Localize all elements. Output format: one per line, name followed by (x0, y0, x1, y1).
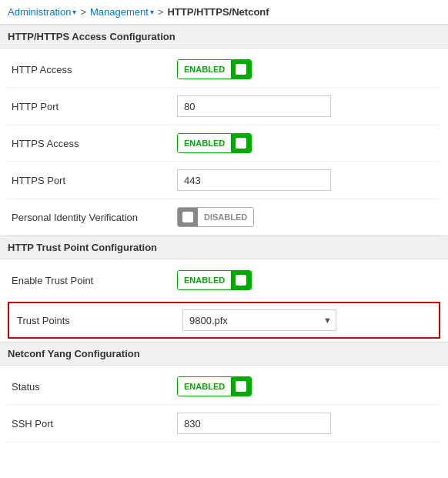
https-access-label: HTTPS Access (8, 138, 177, 149)
http-port-row: HTTP Port (8, 88, 440, 125)
personal-identity-toggle-switch (178, 208, 198, 226)
https-access-control: ENABLED (177, 133, 440, 153)
netconf-status-label: Status (8, 381, 177, 393)
trust-points-select-container: 9800.pfx ▼ (182, 309, 336, 331)
personal-identity-label: Personal Identity Verification (8, 212, 177, 223)
enable-trust-point-toggle-switch (231, 271, 251, 289)
breadcrumb-sep2: > (158, 6, 164, 18)
ssh-port-input[interactable] (177, 413, 331, 434)
breadcrumb-management-link[interactable]: Management (90, 6, 149, 18)
https-access-toggle-knob (236, 138, 246, 149)
https-access-toggle-switch (231, 134, 251, 152)
http-access-toggle-switch (231, 60, 251, 79)
trust-point-section-header: HTTP Trust Point Configuration (0, 236, 448, 259)
netconf-section-header: Netconf Yang Configuration (0, 342, 448, 366)
http-access-toggle-knob (236, 64, 246, 75)
http-access-toggle[interactable]: ENABLED (177, 59, 252, 79)
https-port-label: HTTPS Port (8, 175, 177, 186)
breadcrumb-current: HTTP/HTTPS/Netconf (167, 6, 269, 18)
breadcrumb: Administration▾ > Management▾ > HTTP/HTT… (0, 0, 448, 25)
enable-trust-point-toggle[interactable]: ENABLED (177, 270, 252, 290)
http-port-control (177, 95, 440, 117)
http-port-input[interactable] (177, 95, 331, 117)
enable-trust-point-label: Enable Trust Point (8, 275, 177, 286)
trust-points-control: 9800.pfx ▼ (182, 309, 435, 331)
http-access-label: HTTP Access (8, 64, 177, 75)
main-content: HTTP/HTTPS Access Configuration HTTP Acc… (0, 25, 448, 458)
http-https-section-header: HTTP/HTTPS Access Configuration (0, 25, 448, 48)
personal-identity-toggle-knob (182, 212, 193, 222)
https-port-control (177, 169, 440, 191)
http-access-row: HTTP Access ENABLED (8, 52, 440, 88)
ssh-port-control (177, 413, 440, 434)
trust-points-row: Trust Points 9800.pfx ▼ (8, 302, 440, 339)
https-port-input[interactable] (177, 169, 331, 191)
netconf-status-toggle[interactable]: ENABLED (177, 376, 252, 396)
personal-identity-toggle[interactable]: DISABLED (177, 207, 254, 227)
netconf-status-control: ENABLED (177, 376, 440, 396)
http-access-toggle-label: ENABLED (178, 60, 231, 79)
personal-identity-control: DISABLED (177, 207, 440, 227)
personal-identity-row: Personal Identity Verification DISABLED (8, 199, 440, 236)
https-port-row: HTTPS Port (8, 162, 440, 199)
https-access-row: HTTPS Access ENABLED (8, 125, 440, 162)
netconf-status-toggle-knob (236, 381, 246, 392)
enable-trust-point-toggle-label: ENABLED (178, 271, 231, 289)
breadcrumb-admin-link[interactable]: Administration (8, 6, 71, 18)
https-access-toggle[interactable]: ENABLED (177, 133, 252, 153)
trust-points-select[interactable]: 9800.pfx (182, 309, 336, 331)
http-port-label: HTTP Port (8, 101, 177, 112)
ssh-port-row: SSH Port (8, 405, 440, 443)
http-access-control: ENABLED (177, 59, 440, 79)
netconf-status-toggle-switch (231, 377, 251, 396)
management-dropdown-arrow[interactable]: ▾ (150, 8, 154, 16)
https-access-toggle-label: ENABLED (178, 134, 231, 152)
ssh-port-label: SSH Port (8, 418, 177, 430)
trust-points-label: Trust Points (13, 315, 182, 326)
netconf-status-row: Status ENABLED (8, 369, 440, 405)
enable-trust-point-toggle-knob (236, 275, 246, 286)
personal-identity-toggle-label: DISABLED (198, 208, 253, 226)
admin-dropdown-arrow[interactable]: ▾ (72, 8, 76, 16)
netconf-status-toggle-label: ENABLED (178, 377, 231, 396)
breadcrumb-sep1: > (80, 6, 86, 18)
enable-trust-point-control: ENABLED (177, 270, 440, 290)
enable-trust-point-row: Enable Trust Point ENABLED (8, 262, 440, 299)
